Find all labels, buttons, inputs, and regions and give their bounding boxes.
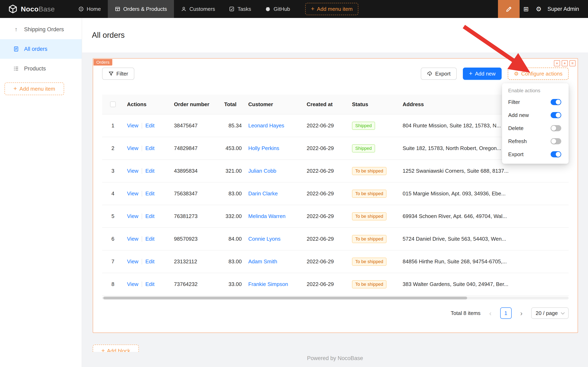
nav-item-customers[interactable]: Customers <box>174 0 222 18</box>
plus-icon: + <box>469 70 473 76</box>
view-link[interactable]: View <box>127 236 138 242</box>
pagination-total: Total 8 items <box>451 310 481 316</box>
refresh-toggle[interactable] <box>551 138 561 144</box>
add-new-toggle[interactable] <box>551 112 561 118</box>
divider <box>142 259 142 265</box>
menu-item-refresh[interactable]: Refresh <box>502 135 569 148</box>
filter-button[interactable]: Filter <box>102 67 134 80</box>
left-sidebar: ↑ Shipping Orders All orders Products + … <box>0 18 82 367</box>
status-badge: To be shipped <box>352 190 386 198</box>
pagination: Total 8 items ‹ 1 › 20 / page <box>102 307 569 319</box>
nav-item-home[interactable]: Home <box>71 0 108 18</box>
edit-link[interactable]: Edit <box>145 168 155 174</box>
edit-link[interactable]: Edit <box>145 145 155 151</box>
page-title: All orders <box>92 31 125 40</box>
customer-link[interactable]: Leonard Hayes <box>248 123 284 129</box>
export-button[interactable]: Export <box>421 67 456 80</box>
scrollbar-thumb[interactable] <box>103 297 467 300</box>
table-row: 1 ViewEdit 38475647 85.34 Leonard Hayes … <box>102 115 569 137</box>
horizontal-scrollbar <box>102 296 569 300</box>
status-badge: To be shipped <box>352 235 386 243</box>
menu-item-export[interactable]: Export <box>502 148 569 161</box>
plugins-grid-icon[interactable]: ⊞ <box>520 0 532 18</box>
status-badge: To be shipped <box>352 212 386 220</box>
edit-link[interactable]: Edit <box>145 191 155 197</box>
customer-link[interactable]: Holly Perkins <box>248 145 279 151</box>
column-header-actions: Actions <box>124 101 171 108</box>
nav-item-tasks[interactable]: Tasks <box>222 0 258 18</box>
navbar-right-cluster: ⊞ ⚙ Super Admin <box>498 0 588 18</box>
logo-text: NocoBase <box>21 5 55 13</box>
status-badge: To be shipped <box>352 258 386 266</box>
divider <box>142 123 142 129</box>
menu-item-add-new[interactable]: Add new <box>502 108 569 122</box>
configure-actions-button[interactable]: ⚙ Configure actions <box>508 67 569 80</box>
dropdown-title: Enable actions <box>502 83 569 96</box>
user-menu[interactable]: Super Admin <box>547 6 579 12</box>
status-badge: Shipped <box>352 122 375 130</box>
view-link[interactable]: View <box>127 259 138 265</box>
divider <box>142 214 142 219</box>
add-block-button[interactable]: + Add block <box>93 344 139 352</box>
edit-link[interactable]: Edit <box>145 281 155 287</box>
divider <box>142 282 142 287</box>
sidebar-item-products[interactable]: Products <box>0 59 82 78</box>
filter-toggle[interactable] <box>551 99 561 105</box>
tasks-icon <box>229 6 235 12</box>
view-link[interactable]: View <box>127 168 138 174</box>
filter-icon <box>108 71 114 76</box>
export-icon <box>427 71 433 76</box>
table-header-row: Actions Order number Total Customer Crea… <box>102 94 569 115</box>
edit-link[interactable]: Edit <box>145 236 155 242</box>
navbar-add-menu-item-button[interactable]: + Add menu item <box>305 3 358 15</box>
github-icon <box>265 6 271 12</box>
nocobase-logo[interactable]: NocoBase <box>0 4 63 14</box>
add-block-clipped-region: + Add block <box>93 344 140 352</box>
view-link[interactable]: View <box>127 145 138 151</box>
select-all-checkbox[interactable] <box>110 101 116 107</box>
customer-link[interactable]: Melinda Warren <box>248 213 286 219</box>
customers-icon <box>181 6 187 12</box>
customer-link[interactable]: Frankie Simpson <box>248 281 288 287</box>
column-header-total: Total <box>221 101 245 108</box>
page-size-select[interactable]: 20 / page <box>531 307 569 319</box>
divider <box>142 146 142 151</box>
pagination-next-button[interactable]: › <box>517 307 526 319</box>
settings-gear-icon[interactable]: ⚙ <box>532 0 545 18</box>
delete-toggle[interactable] <box>551 125 561 131</box>
customer-link[interactable]: Darin Clarke <box>248 191 278 197</box>
pagination-prev-button[interactable]: ‹ <box>486 307 495 319</box>
edit-link[interactable]: Edit <box>145 213 155 219</box>
view-link[interactable]: View <box>127 191 138 197</box>
sidebar-add-menu-item-button[interactable]: + Add menu item <box>5 83 64 95</box>
plus-icon: + <box>311 6 315 12</box>
column-header-order-number: Order number <box>171 101 221 108</box>
customer-link[interactable]: Connie Lyons <box>248 236 280 242</box>
customer-link[interactable]: Julian Cobb <box>248 168 276 174</box>
edit-link[interactable]: Edit <box>145 259 155 265</box>
ui-editor-toggle-button[interactable] <box>498 0 520 18</box>
pagination-page-1[interactable]: 1 <box>500 307 512 319</box>
menu-item-delete[interactable]: Delete <box>502 122 569 135</box>
view-link[interactable]: View <box>127 281 138 287</box>
add-column-icon[interactable]: + <box>562 60 568 66</box>
table-row: 3 ViewEdit 43895834 321.00 Julian Cobb 2… <box>102 160 569 183</box>
customer-link[interactable]: Adam Smith <box>248 259 277 265</box>
block-designer-toolbar: + + ≡ <box>554 60 576 66</box>
menu-item-filter[interactable]: Filter <box>502 96 569 108</box>
top-navbar: NocoBase Home Orders & Products Customer… <box>0 0 588 18</box>
enable-actions-dropdown: Enable actions Filter Add new Delete Ref… <box>502 83 569 164</box>
nav-item-orders-products[interactable]: Orders & Products <box>108 0 174 18</box>
sidebar-item-shipping-orders[interactable]: ↑ Shipping Orders <box>0 20 82 39</box>
divider <box>142 236 142 242</box>
view-link[interactable]: View <box>127 123 138 129</box>
add-block-icon[interactable]: + <box>554 60 560 66</box>
sidebar-item-all-orders[interactable]: All orders <box>0 39 82 59</box>
view-link[interactable]: View <box>127 213 138 219</box>
export-toggle[interactable] <box>551 151 561 157</box>
nav-item-github[interactable]: GitHub <box>258 0 297 18</box>
block-menu-icon[interactable]: ≡ <box>569 60 576 66</box>
home-icon <box>78 6 84 12</box>
add-new-button[interactable]: + Add new <box>463 67 502 80</box>
edit-link[interactable]: Edit <box>145 123 155 129</box>
